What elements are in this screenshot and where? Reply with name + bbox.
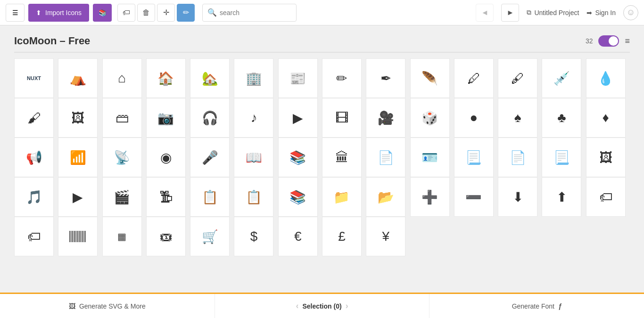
clubs-icon[interactable]: ♣ <box>542 98 581 138</box>
pen-icon[interactable]: 🖊 <box>454 58 494 98</box>
yen-icon[interactable]: ¥ <box>366 217 405 256</box>
svg-rect-5 <box>74 231 74 242</box>
menu-button[interactable]: ☰ <box>6 4 25 22</box>
toolbar-group: 🏷 🗑 ✛ ✏ <box>117 4 195 22</box>
feed-icon[interactable]: ◉ <box>146 138 186 177</box>
pacman-icon[interactable]: ● <box>454 98 494 138</box>
svg-rect-14 <box>81 231 82 242</box>
stack-icon[interactable]: 📚 <box>278 177 318 217</box>
file3-icon[interactable]: 📃 <box>542 138 581 177</box>
nuxt-icon[interactable]: NUXT <box>14 58 54 98</box>
avatar: ☺ <box>623 5 638 20</box>
svg-rect-10 <box>78 231 78 242</box>
undo-button[interactable]: ◄ <box>476 4 494 22</box>
edit-button[interactable]: ✏ <box>177 4 195 22</box>
ticket-icon[interactable]: 🎟 <box>146 217 186 256</box>
cart-icon[interactable]: 🛒 <box>190 217 230 256</box>
svg-rect-11 <box>79 231 79 242</box>
qr-icon[interactable]: ▦ <box>102 217 142 256</box>
folder-open-icon[interactable]: 📂 <box>366 177 405 217</box>
folder-download-icon[interactable]: ⬇ <box>498 177 537 217</box>
camera-icon[interactable]: 📷 <box>146 98 186 138</box>
folder-upload-icon[interactable]: ⬆ <box>542 177 581 217</box>
list-view-button[interactable]: ≡ <box>625 36 630 46</box>
avatar-icon: ☺ <box>627 8 635 17</box>
main-content: IcoMoon – Free 32 ≡ NUXT⛺⌂🏠🏡🏢📰✏✒🪶🖊🖋💉💧🖌🖼🗃… <box>0 25 644 266</box>
edit-icon: ✏ <box>183 8 189 17</box>
import-icons-button[interactable]: ⬆ Import Icons <box>28 4 89 22</box>
file-person-icon[interactable]: 🪪 <box>410 138 450 177</box>
spades-icon[interactable]: ♠ <box>498 98 537 138</box>
folder-icon[interactable]: 📁 <box>322 177 362 217</box>
dollar-icon[interactable]: $ <box>234 217 273 256</box>
barcode-icon[interactable] <box>58 217 98 256</box>
pencil2-icon[interactable]: ✒ <box>366 58 405 98</box>
home2-icon[interactable]: 🏠 <box>146 58 186 98</box>
home3-icon[interactable]: 🏡 <box>190 58 230 98</box>
images-icon[interactable]: 🗃 <box>102 98 142 138</box>
file-text-icon[interactable]: 📄 <box>366 138 405 177</box>
droplet-icon[interactable]: 💧 <box>586 58 626 98</box>
podcast-icon[interactable]: 📡 <box>102 138 142 177</box>
eyedropper-icon[interactable]: 💉 <box>542 58 581 98</box>
redo-icon: ► <box>507 8 514 17</box>
home-icon[interactable]: ⌂ <box>102 58 142 98</box>
newspaper-icon[interactable]: 📰 <box>278 58 318 98</box>
book-icon[interactable]: 📖 <box>234 138 273 177</box>
wifi-icon[interactable]: 📶 <box>58 138 98 177</box>
pound-icon[interactable]: £ <box>322 217 362 256</box>
move-icon: ✛ <box>163 8 169 17</box>
library-button[interactable]: 📚 <box>93 4 112 22</box>
film-icon[interactable]: 🎞 <box>322 98 362 138</box>
mic-icon[interactable]: 🎤 <box>190 138 230 177</box>
file2-icon[interactable]: 📄 <box>498 138 537 177</box>
search-input[interactable] <box>220 9 291 16</box>
file-zip-icon[interactable]: 🗜 <box>146 177 186 217</box>
folder-plus-icon[interactable]: ➕ <box>410 177 450 217</box>
headphones-icon[interactable]: 🎧 <box>190 98 230 138</box>
file-icon[interactable]: 📃 <box>454 138 494 177</box>
play-icon[interactable]: ▶ <box>278 98 318 138</box>
tag-icon[interactable]: 🏷 <box>586 177 626 217</box>
quill-icon[interactable]: 🪶 <box>410 58 450 98</box>
diamonds-icon[interactable]: ♦ <box>586 98 626 138</box>
icon-grid: NUXT⛺⌂🏠🏡🏢📰✏✒🪶🖊🖋💉💧🖌🖼🗃📷🎧♪▶🎞🎥🎲●♠♣♦📢📶📡◉🎤📖📚🏛📄… <box>14 58 630 256</box>
pencil-icon[interactable]: ✏ <box>322 58 362 98</box>
copy-icon[interactable]: 📋 <box>190 177 230 217</box>
library-icon[interactable]: 🏛 <box>322 138 362 177</box>
svg-rect-0 <box>69 231 70 242</box>
video-icon[interactable]: 🎥 <box>366 98 405 138</box>
delete-button[interactable]: 🗑 <box>137 4 155 22</box>
import-icon: ⬆ <box>36 9 41 16</box>
svg-rect-3 <box>72 231 73 242</box>
redo-button[interactable]: ► <box>501 4 519 22</box>
navbar: ☰ ⬆ Import Icons 📚 🏷 🗑 ✛ ✏ 🔍 ◄ ► <box>0 0 644 25</box>
paste-icon[interactable]: 📋 <box>234 177 273 217</box>
books-icon[interactable]: 📚 <box>278 138 318 177</box>
tent-icon[interactable]: ⛺ <box>58 58 98 98</box>
euro-icon[interactable]: € <box>278 217 318 256</box>
file-image-icon[interactable]: 🖼 <box>586 138 626 177</box>
file-video-icon[interactable]: 🎬 <box>102 177 142 217</box>
undo-icon: ◄ <box>481 8 489 17</box>
image-icon[interactable]: 🖼 <box>58 98 98 138</box>
move-button[interactable]: ✛ <box>157 4 175 22</box>
file-play-icon[interactable]: ▶ <box>58 177 98 217</box>
svg-rect-17 <box>84 231 84 242</box>
svg-rect-19 <box>85 231 86 242</box>
blog-icon[interactable]: 🖋 <box>498 58 537 98</box>
tag-button[interactable]: 🏷 <box>117 4 135 22</box>
file-music-icon[interactable]: 🎵 <box>14 177 54 217</box>
svg-rect-7 <box>75 231 76 242</box>
bullhorn-icon[interactable]: 📢 <box>14 138 54 177</box>
office-icon[interactable]: 🏢 <box>234 58 273 98</box>
music-icon[interactable]: ♪ <box>234 98 273 138</box>
import-label: Import Icons <box>45 9 82 16</box>
tags-icon[interactable]: 🏷 <box>14 217 54 256</box>
toggle-switch[interactable] <box>598 35 619 47</box>
search-box: 🔍 <box>202 4 297 22</box>
paint-icon[interactable]: 🖌 <box>14 98 54 138</box>
folder-minus-icon[interactable]: ➖ <box>454 177 494 217</box>
sign-in-button[interactable]: ➡ Sign In <box>586 9 616 16</box>
dice-icon[interactable]: 🎲 <box>410 98 450 138</box>
